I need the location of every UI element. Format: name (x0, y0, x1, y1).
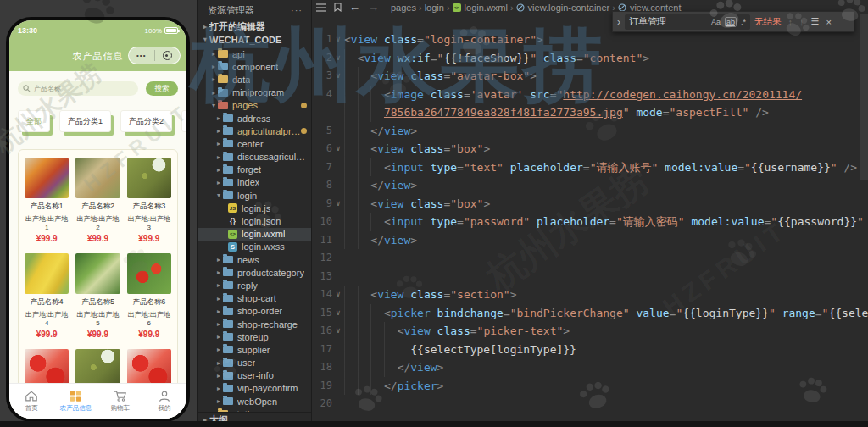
folder-icon (223, 114, 233, 122)
product-name: 产品名称2 (75, 202, 120, 212)
find-results: 无结果 (754, 16, 782, 28)
capsule-menu[interactable]: ••• (128, 47, 181, 64)
tree-item-webopen[interactable]: ▸webOpen (198, 395, 311, 408)
tree-item-news[interactable]: ▸news (198, 253, 311, 266)
tree-item-storeup[interactable]: ▸storeup (198, 330, 311, 343)
status-time: 13:30 (18, 26, 37, 35)
back-arrow-icon[interactable]: ← (349, 2, 360, 13)
product-price: ¥99.9 (75, 234, 120, 243)
find-close-icon[interactable]: × (826, 17, 831, 27)
tree-item-discussagriculturalp-[interactable]: ▸discussagriculturalp... (198, 151, 311, 164)
folder-icon (218, 75, 228, 83)
tree-item-reply[interactable]: ▸reply (198, 279, 311, 291)
search-button[interactable]: 搜索 (146, 81, 178, 96)
folder-icon (218, 50, 228, 58)
tree-item-miniprogram[interactable]: ▸miniprogram (198, 86, 311, 99)
tree-item-login-js[interactable]: JSlogin.js (198, 202, 311, 214)
forward-arrow-icon[interactable]: → (368, 2, 379, 13)
bookmark-icon[interactable] (334, 3, 342, 12)
tree-item-component[interactable]: ▸component (198, 60, 311, 73)
tree-item-vip-payconfirm[interactable]: ▸vip-payconfirm (198, 382, 311, 395)
mini-app-body: 产品名称 搜索 全部 产品分类1 产品分类2 产品分类3 产品名称1出产地:出产… (9, 71, 186, 419)
regex-icon[interactable]: .* (741, 18, 746, 26)
search-input[interactable]: 产品名称 (18, 81, 138, 96)
tree-item-productcategory[interactable]: ▸productcategory (198, 266, 311, 279)
tree-item-supplier[interactable]: ▸supplier (198, 343, 311, 356)
battery-percent: 100% (145, 27, 162, 35)
outline-list-icon[interactable] (316, 3, 326, 12)
code-line: 3∨ <view class="avatar-box"> (312, 67, 868, 86)
code-area[interactable]: 1∨<view class="login-container">2∨ <view… (312, 14, 868, 421)
chip-category-3[interactable]: 产品分类3 (181, 110, 186, 132)
tree-item-pages[interactable]: ▾pages (198, 99, 311, 112)
open-editors-section[interactable]: ▸ 打开的编辑器 (198, 20, 311, 33)
product-image (25, 253, 69, 294)
more-icon[interactable]: ••• (129, 52, 154, 59)
file-tree: ▸api▸component▸data▸miniprogram▾pages▸ad… (198, 47, 311, 412)
exit-icon[interactable] (155, 51, 181, 60)
tree-item-forget[interactable]: ▸forget (198, 164, 311, 176)
category-chips: 全部 产品分类1 产品分类2 产品分类3 (9, 110, 186, 137)
product-item[interactable]: 产品名称2出产地:出产地2¥99.9 (75, 158, 120, 243)
tree-item-login-wxml[interactable]: <>login.wxml (198, 228, 311, 241)
product-item[interactable]: 产品名称1出产地:出产地1¥99.9 (25, 158, 69, 243)
tree-item-api[interactable]: ▸api (198, 47, 311, 60)
breadcrumb-item-container[interactable]: view.login-container (516, 3, 610, 13)
product-item[interactable]: 产品名称6出产地:出产地6¥99.9 (127, 253, 171, 339)
tree-item-user-info[interactable]: ▸user-info (198, 369, 311, 382)
breadcrumb-item-file[interactable]: <>login.wxml (453, 3, 508, 13)
bottom-strip (0, 421, 868, 427)
tab-products[interactable]: 农产品信息 (53, 384, 97, 419)
editor-scrollbar[interactable] (860, 14, 868, 180)
chip-category-1[interactable]: 产品分类1 (59, 110, 111, 132)
page-title: 农产品信息 (73, 50, 124, 63)
breadcrumb-item-login[interactable]: login (425, 3, 444, 13)
product-image (127, 158, 171, 198)
whole-word-icon[interactable]: ab (725, 17, 737, 27)
product-item[interactable]: 产品名称4出产地:出产地4¥99.9 (25, 253, 69, 339)
chip-all[interactable]: 全部 (18, 110, 50, 132)
product-grid: 产品名称1出产地:出产地1¥99.9产品名称2出产地:出产地2¥99.9产品名称… (18, 149, 178, 419)
explorer-more-icon[interactable]: ··· (291, 5, 303, 15)
workspace-root[interactable]: ▾ WECHAT_CODE (198, 33, 311, 46)
tree-item-agriculturalpro-[interactable]: ▸agriculturalpro... (198, 125, 311, 137)
product-origin: 出产地:出产地2 (75, 214, 120, 231)
folder-icon (218, 89, 228, 97)
modified-dot (301, 128, 307, 134)
product-item[interactable]: 产品名称3出产地:出产地3¥99.9 (127, 158, 171, 243)
grid-icon (69, 390, 82, 402)
find-next-icon[interactable]: ↓ (799, 17, 804, 27)
tree-item-login[interactable]: ▾login (198, 189, 311, 202)
find-query[interactable]: 订单管理 (629, 15, 707, 28)
tree-item-user[interactable]: ▸user (198, 357, 311, 369)
match-case-icon[interactable]: Aa (711, 18, 721, 26)
status-bar: 13:30 100% (9, 20, 186, 41)
tree-item-shop-order[interactable]: ▸shop-order (198, 305, 311, 318)
tab-profile[interactable]: 我的 (142, 384, 186, 419)
code-line: 19 </picker> (312, 377, 868, 396)
find-expand-icon[interactable]: › (617, 16, 620, 28)
find-input[interactable]: 订单管理 Aa ab .* (625, 14, 750, 30)
code-line: 18 </view> (312, 358, 868, 377)
tree-item-data[interactable]: ▸data (198, 73, 311, 86)
tree-item-index[interactable]: ▸index (198, 176, 311, 189)
breadcrumb-item-pages[interactable]: pages (391, 3, 416, 13)
product-item[interactable]: 产品名称5出产地:出产地5¥99.9 (75, 253, 120, 339)
user-icon (158, 390, 171, 402)
find-in-selection-icon[interactable]: ☰ (811, 16, 820, 27)
tab-cart[interactable]: 购物车 (98, 384, 142, 419)
folder-icon (223, 372, 233, 380)
product-price: ¥99.9 (127, 330, 171, 339)
find-prev-icon[interactable]: ↑ (788, 17, 793, 27)
tree-item-shop-recharge[interactable]: ▸shop-recharge (198, 318, 311, 330)
chip-category-2[interactable]: 产品分类2 (120, 110, 172, 132)
tab-home[interactable]: 首页 (9, 384, 53, 419)
tree-item-center[interactable]: ▸center (198, 137, 311, 150)
tree-item-login-json[interactable]: {}login.json (198, 214, 311, 227)
product-name: 产品名称1 (25, 202, 69, 212)
file-icon: S (228, 242, 237, 252)
tree-item-login-wxss[interactable]: Slogin.wxss (198, 241, 311, 253)
code-line: 11 </view> (312, 231, 868, 250)
tree-item-shop-cart[interactable]: ▸shop-cart (198, 292, 311, 305)
tree-item-address[interactable]: ▸address (198, 112, 311, 125)
